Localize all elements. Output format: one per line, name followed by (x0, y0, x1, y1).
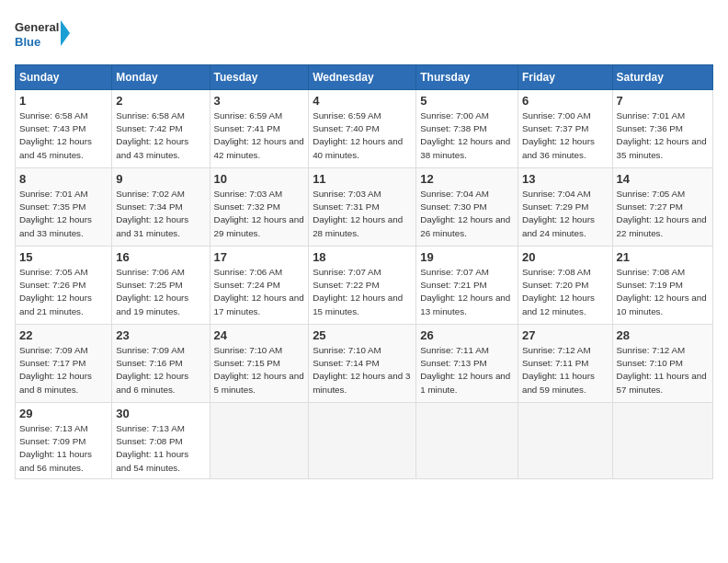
day-number: 7 (617, 94, 709, 108)
calendar-cell: 8 Sunrise: 7:01 AMSunset: 7:35 PMDayligh… (16, 168, 112, 247)
day-info: Sunrise: 7:12 AMSunset: 7:11 PMDaylight:… (522, 345, 595, 395)
day-info: Sunrise: 7:11 AMSunset: 7:13 PMDaylight:… (420, 345, 510, 395)
day-info: Sunrise: 6:58 AMSunset: 7:43 PMDaylight:… (19, 110, 92, 160)
day-number: 18 (313, 250, 412, 264)
day-info: Sunrise: 7:04 AMSunset: 7:29 PMDaylight:… (522, 189, 595, 238)
day-number: 16 (116, 250, 205, 264)
calendar-cell: 18 Sunrise: 7:07 AMSunset: 7:22 PMDaylig… (309, 247, 416, 325)
day-number: 4 (313, 94, 412, 108)
page-header: General Blue (15, 15, 713, 55)
column-header-saturday: Saturday (612, 65, 712, 90)
day-info: Sunrise: 6:59 AMSunset: 7:40 PMDaylight:… (313, 110, 403, 160)
calendar-cell: 17 Sunrise: 7:06 AMSunset: 7:24 PMDaylig… (210, 247, 309, 325)
calendar-cell: 30 Sunrise: 7:13 AMSunset: 7:08 PMDaylig… (112, 403, 210, 479)
day-info: Sunrise: 7:07 AMSunset: 7:21 PMDaylight:… (420, 267, 510, 316)
calendar-cell: 22 Sunrise: 7:09 AMSunset: 7:17 PMDaylig… (16, 325, 112, 403)
day-number: 22 (19, 328, 108, 342)
calendar-cell: 3 Sunrise: 6:59 AMSunset: 7:41 PMDayligh… (210, 90, 309, 168)
day-number: 13 (522, 172, 609, 186)
calendar-cell: 7 Sunrise: 7:01 AMSunset: 7:36 PMDayligh… (612, 90, 712, 168)
calendar-cell: 20 Sunrise: 7:08 AMSunset: 7:20 PMDaylig… (518, 247, 612, 325)
day-info: Sunrise: 7:09 AMSunset: 7:16 PMDaylight:… (116, 345, 188, 395)
calendar-cell: 15 Sunrise: 7:05 AMSunset: 7:26 PMDaylig… (16, 247, 112, 325)
day-number: 28 (617, 328, 709, 342)
column-header-wednesday: Wednesday (309, 65, 416, 90)
day-info: Sunrise: 7:05 AMSunset: 7:26 PMDaylight:… (19, 267, 92, 316)
svg-marker-2 (61, 20, 70, 46)
day-number: 10 (214, 172, 305, 186)
column-header-sunday: Sunday (16, 65, 112, 90)
calendar-cell (518, 403, 612, 479)
day-info: Sunrise: 7:04 AMSunset: 7:30 PMDaylight:… (420, 189, 510, 238)
day-info: Sunrise: 7:09 AMSunset: 7:17 PMDaylight:… (19, 345, 92, 395)
calendar-cell: 6 Sunrise: 7:00 AMSunset: 7:37 PMDayligh… (518, 90, 612, 168)
calendar-cell: 11 Sunrise: 7:03 AMSunset: 7:31 PMDaylig… (309, 168, 416, 247)
day-info: Sunrise: 6:58 AMSunset: 7:42 PMDaylight:… (116, 110, 188, 160)
day-number: 2 (116, 94, 205, 108)
calendar-cell: 5 Sunrise: 7:00 AMSunset: 7:38 PMDayligh… (416, 90, 518, 168)
day-info: Sunrise: 7:05 AMSunset: 7:27 PMDaylight:… (617, 189, 707, 238)
day-info: Sunrise: 7:06 AMSunset: 7:24 PMDaylight:… (214, 267, 304, 316)
day-number: 14 (617, 172, 709, 186)
week-row-3: 15 Sunrise: 7:05 AMSunset: 7:26 PMDaylig… (16, 247, 713, 325)
calendar-cell: 23 Sunrise: 7:09 AMSunset: 7:16 PMDaylig… (112, 325, 210, 403)
calendar-table: SundayMondayTuesdayWednesdayThursdayFrid… (15, 64, 713, 479)
column-header-thursday: Thursday (416, 65, 518, 90)
day-number: 3 (214, 94, 305, 108)
day-number: 26 (420, 328, 514, 342)
calendar-cell: 28 Sunrise: 7:12 AMSunset: 7:10 PMDaylig… (612, 325, 712, 403)
day-info: Sunrise: 7:01 AMSunset: 7:36 PMDaylight:… (617, 110, 707, 160)
day-number: 17 (214, 250, 305, 264)
calendar-cell (309, 403, 416, 479)
svg-text:Blue: Blue (15, 35, 40, 49)
day-info: Sunrise: 7:12 AMSunset: 7:10 PMDaylight:… (617, 345, 707, 395)
day-number: 8 (19, 172, 108, 186)
calendar-cell: 4 Sunrise: 6:59 AMSunset: 7:40 PMDayligh… (309, 90, 416, 168)
day-number: 25 (313, 328, 412, 342)
day-info: Sunrise: 7:13 AMSunset: 7:08 PMDaylight:… (116, 423, 188, 473)
day-info: Sunrise: 7:07 AMSunset: 7:22 PMDaylight:… (313, 267, 403, 316)
week-row-1: 1 Sunrise: 6:58 AMSunset: 7:43 PMDayligh… (16, 90, 713, 168)
calendar-cell: 24 Sunrise: 7:10 AMSunset: 7:15 PMDaylig… (210, 325, 309, 403)
day-number: 27 (522, 328, 609, 342)
day-info: Sunrise: 7:10 AMSunset: 7:14 PMDaylight:… (313, 345, 410, 395)
calendar-cell: 1 Sunrise: 6:58 AMSunset: 7:43 PMDayligh… (16, 90, 112, 168)
day-number: 15 (19, 250, 108, 264)
day-info: Sunrise: 7:08 AMSunset: 7:20 PMDaylight:… (522, 267, 595, 316)
calendar-cell: 14 Sunrise: 7:05 AMSunset: 7:27 PMDaylig… (612, 168, 712, 247)
calendar-cell: 19 Sunrise: 7:07 AMSunset: 7:21 PMDaylig… (416, 247, 518, 325)
day-info: Sunrise: 6:59 AMSunset: 7:41 PMDaylight:… (214, 110, 304, 160)
calendar-cell (416, 403, 518, 479)
day-number: 29 (19, 407, 108, 420)
calendar-cell (210, 403, 309, 479)
day-info: Sunrise: 7:13 AMSunset: 7:09 PMDaylight:… (19, 423, 92, 473)
day-number: 24 (214, 328, 305, 342)
logo-svg: General Blue (15, 15, 70, 55)
calendar-cell: 13 Sunrise: 7:04 AMSunset: 7:29 PMDaylig… (518, 168, 612, 247)
day-info: Sunrise: 7:03 AMSunset: 7:32 PMDaylight:… (214, 189, 304, 238)
day-number: 20 (522, 250, 609, 264)
calendar-cell (612, 403, 712, 479)
calendar-cell: 16 Sunrise: 7:06 AMSunset: 7:25 PMDaylig… (112, 247, 210, 325)
day-number: 30 (116, 407, 205, 420)
column-header-tuesday: Tuesday (210, 65, 309, 90)
logo: General Blue (15, 15, 70, 55)
calendar-cell: 12 Sunrise: 7:04 AMSunset: 7:30 PMDaylig… (416, 168, 518, 247)
calendar-cell: 29 Sunrise: 7:13 AMSunset: 7:09 PMDaylig… (16, 403, 112, 479)
day-number: 1 (19, 94, 108, 108)
calendar-cell: 2 Sunrise: 6:58 AMSunset: 7:42 PMDayligh… (112, 90, 210, 168)
day-number: 23 (116, 328, 205, 342)
day-info: Sunrise: 7:03 AMSunset: 7:31 PMDaylight:… (313, 189, 403, 238)
day-info: Sunrise: 7:08 AMSunset: 7:19 PMDaylight:… (617, 267, 707, 316)
day-info: Sunrise: 7:01 AMSunset: 7:35 PMDaylight:… (19, 189, 92, 238)
day-number: 9 (116, 172, 205, 186)
column-header-monday: Monday (112, 65, 210, 90)
day-number: 5 (420, 94, 514, 108)
day-info: Sunrise: 7:00 AMSunset: 7:38 PMDaylight:… (420, 110, 510, 160)
column-header-friday: Friday (518, 65, 612, 90)
day-info: Sunrise: 7:02 AMSunset: 7:34 PMDaylight:… (116, 189, 188, 238)
day-number: 12 (420, 172, 514, 186)
calendar-cell: 26 Sunrise: 7:11 AMSunset: 7:13 PMDaylig… (416, 325, 518, 403)
day-info: Sunrise: 7:06 AMSunset: 7:25 PMDaylight:… (116, 267, 188, 316)
week-row-2: 8 Sunrise: 7:01 AMSunset: 7:35 PMDayligh… (16, 168, 713, 247)
